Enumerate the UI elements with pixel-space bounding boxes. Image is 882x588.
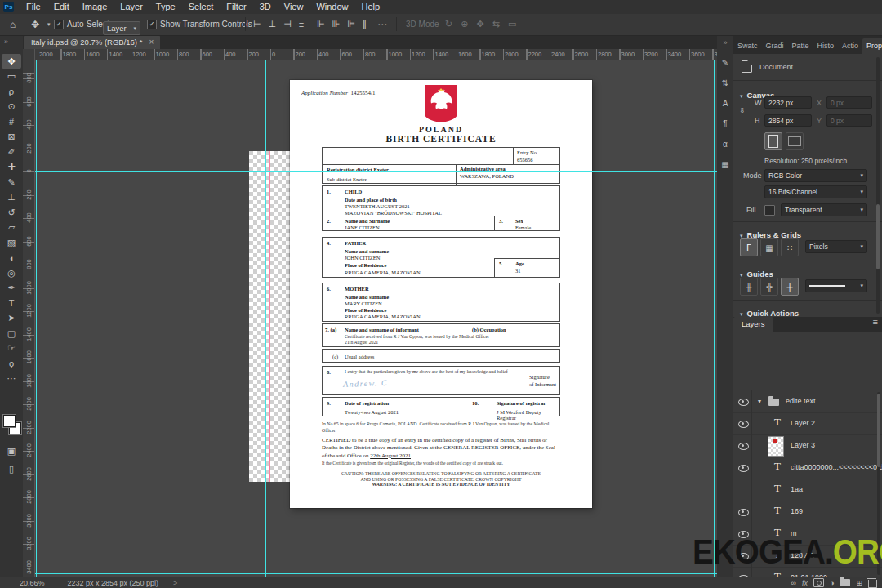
menu-item-type[interactable]: Type <box>149 0 182 14</box>
link-dimensions-icon[interactable]: ∞ <box>738 108 746 113</box>
vertical-ruler[interactable]: 8006004002000200400600800100012001400160… <box>23 60 35 577</box>
panel-tab-actio[interactable]: Actio <box>838 38 862 54</box>
guide-vertical[interactable] <box>265 60 266 577</box>
3d-pan-icon[interactable]: ✥ <box>476 19 483 29</box>
ruler-units-dropdown[interactable]: Pixels▾ <box>805 240 867 253</box>
glyphs-panel-icon[interactable]: α <box>723 140 728 149</box>
menu-item-help[interactable]: Help <box>355 0 387 14</box>
edit-toolbar-icon-icon[interactable]: ⋯ <box>2 372 21 386</box>
3d-scale-icon[interactable]: ▭ <box>508 19 516 29</box>
toggle-pixel-grid-icon[interactable]: ∷ <box>781 238 799 256</box>
layer-row[interactable]: TLayer 2 <box>733 412 882 435</box>
more-options-icon[interactable]: ⋯ <box>377 14 387 34</box>
guide-style-dropdown[interactable]: ▾ <box>805 279 867 292</box>
layer-style-icon[interactable]: fx <box>802 579 808 587</box>
canvas-area[interactable]: Application Number 1425554/1 POLAND BIRT… <box>34 60 717 577</box>
guide-vertical[interactable] <box>714 60 715 577</box>
portrait-orientation-button[interactable] <box>764 132 782 150</box>
panel-tab-properties[interactable]: Properties <box>862 38 882 54</box>
group-expand-icon[interactable]: ▾ <box>758 398 761 405</box>
distribute-spacing-icon[interactable]: ∥ <box>363 19 368 29</box>
eyedropper-tool-icon[interactable]: ✐ <box>2 145 21 159</box>
layer-visibility-icon[interactable] <box>738 399 749 406</box>
menu-item-edit[interactable]: Edit <box>47 0 76 14</box>
clone-stamp-tool-icon[interactable]: ⊥ <box>2 190 21 205</box>
move-tool-icon[interactable]: ✥ <box>2 54 21 69</box>
align-vertical-centers-icon[interactable]: ⊥ <box>269 19 277 29</box>
hand-tool-icon[interactable]: ☞ <box>2 341 21 356</box>
layer-row[interactable]: T169 <box>733 501 882 523</box>
delete-layer-icon[interactable] <box>868 580 877 588</box>
home-icon[interactable]: ⌂ <box>10 14 16 34</box>
toggle-rulers-icon[interactable]: Γ <box>740 238 758 256</box>
guide-vertical[interactable] <box>36 60 37 577</box>
layer-row[interactable]: Tcitta0000000...<<<<<<<<0 d <box>733 457 882 479</box>
new-layer-icon[interactable]: ⊞ <box>856 579 862 587</box>
3d-orbit-icon[interactable]: ↻ <box>445 19 452 29</box>
menu-item-select[interactable]: Select <box>182 0 220 14</box>
menu-item-layer[interactable]: Layer <box>114 0 149 14</box>
properties-scrollbar[interactable] <box>876 57 880 314</box>
height-field[interactable]: 2854 px <box>764 114 812 127</box>
toggle-grid-icon[interactable]: ▦ <box>760 238 778 256</box>
clear-guides-icon[interactable]: ┼ <box>781 278 799 296</box>
zoom-level-field[interactable]: 20.66% <box>20 579 45 587</box>
panel-tab-gradi[interactable]: Gradi <box>762 38 788 54</box>
toggle-guides-icon[interactable]: ╫ <box>740 278 758 296</box>
layers-menu-icon[interactable]: ≡ <box>869 317 882 332</box>
character-panel-icon[interactable]: A <box>723 99 728 108</box>
layer-row[interactable]: T128 AA <box>733 545 882 568</box>
color-mode-dropdown[interactable]: RGB Color▾ <box>764 169 867 182</box>
transform-panel-icon[interactable]: ⇅ <box>722 78 728 87</box>
expand-panels-icon[interactable]: » <box>723 38 727 47</box>
distribute-left-icon[interactable]: ⊩ <box>317 19 325 29</box>
menu-item-3d[interactable]: 3D <box>253 0 278 14</box>
ruler-corner[interactable] <box>23 49 35 60</box>
menu-item-view[interactable]: View <box>278 0 310 14</box>
fill-checkbox[interactable] <box>764 205 775 216</box>
layer-visibility-icon[interactable] <box>738 465 749 472</box>
quick-mask-icon[interactable]: ▣ <box>2 443 21 458</box>
lock-guides-icon[interactable]: ╬ <box>760 278 778 296</box>
add-layer-mask-icon[interactable] <box>813 578 824 587</box>
panel-tab-swatc[interactable]: Swatc <box>733 38 762 54</box>
layer-row[interactable]: T01.01.1990 <box>733 567 882 577</box>
gradient-tool-icon[interactable]: ▨ <box>2 235 21 250</box>
lasso-tool-icon[interactable]: ϱ <box>2 84 21 99</box>
layer-visibility-icon[interactable] <box>738 553 749 560</box>
layer-row[interactable]: Tm <box>733 523 882 546</box>
blur-tool-icon[interactable]: ◖ <box>2 251 21 265</box>
distribute-centers-icon[interactable]: ⊪ <box>332 19 341 29</box>
align-top-edges-icon[interactable]: ≡ <box>299 20 304 29</box>
paragraph-panel-icon[interactable]: ¶ <box>723 119 727 128</box>
menu-item-file[interactable]: File <box>20 0 47 14</box>
tool-preset-caret-icon[interactable]: ▾ <box>47 14 51 34</box>
patterns-panel-icon[interactable]: ▦ <box>721 160 728 169</box>
dodge-tool-icon[interactable]: ◎ <box>2 265 21 280</box>
align-right-edges-icon[interactable]: ⊣ <box>283 19 292 29</box>
collapse-toolbar-icon[interactable]: » <box>4 38 8 46</box>
quick-selection-tool-icon[interactable]: ⊙ <box>2 100 21 114</box>
layer-visibility-icon[interactable] <box>738 531 749 538</box>
history-brush-tool-icon[interactable]: ↺ <box>2 205 21 220</box>
fill-dropdown[interactable]: Transparent▾ <box>781 203 867 216</box>
menu-item-filter[interactable]: Filter <box>220 0 252 14</box>
eraser-tool-icon[interactable]: ▱ <box>2 220 21 235</box>
layer-row[interactable]: T1aa <box>733 479 882 501</box>
path-selection-tool-icon[interactable]: ➤ <box>2 311 21 326</box>
new-group-icon[interactable] <box>840 579 850 586</box>
menu-item-window[interactable]: Window <box>310 0 354 14</box>
screen-mode-icon[interactable]: ▯ <box>2 461 21 476</box>
panel-tab-histo[interactable]: Histo <box>813 38 839 54</box>
rectangular-marquee-tool-icon[interactable]: ▭ <box>2 69 21 84</box>
status-chevron-icon[interactable]: > <box>173 579 177 587</box>
width-field[interactable]: 2232 px <box>764 96 812 109</box>
3d-slide-icon[interactable]: ⇆ <box>492 19 500 29</box>
quick-actions-section-header[interactable]: ▾Quick Actions <box>740 305 799 317</box>
3d-roll-icon[interactable]: ⊕ <box>461 19 468 29</box>
frame-tool-icon[interactable]: ⊠ <box>2 130 21 145</box>
layers-tab[interactable]: Layers <box>733 317 773 332</box>
edit-panel-icon[interactable]: ✎ <box>722 58 728 67</box>
brush-tool-icon[interactable]: ✎ <box>2 175 21 189</box>
layer-row[interactable]: ▾edite text <box>733 390 882 413</box>
